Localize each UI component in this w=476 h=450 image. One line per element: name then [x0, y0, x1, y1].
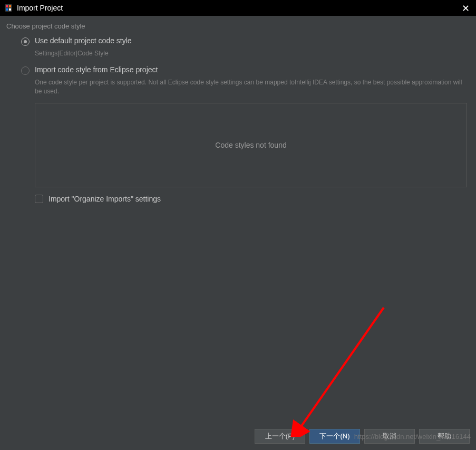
- svg-rect-1: [6, 5, 8, 7]
- svg-line-6: [299, 308, 384, 429]
- checkbox-icon: [35, 195, 43, 203]
- dialog-footer: 上一个(P) 下一个(N) 取消 帮助: [255, 429, 470, 444]
- import-organize-checkbox[interactable]: Import "Organize Imports" settings: [35, 195, 470, 203]
- annotation-arrow: [281, 305, 386, 437]
- radio-icon: [21, 37, 30, 46]
- svg-rect-2: [9, 5, 11, 7]
- cancel-button[interactable]: 取消: [364, 429, 415, 444]
- radio-icon: [21, 66, 30, 75]
- section-header: Choose project code style: [6, 22, 470, 30]
- radio-hint: Settings|Editor|Code Style: [35, 49, 470, 58]
- empty-text: Code styles not found: [215, 141, 286, 149]
- next-button[interactable]: 下一个(N): [309, 429, 360, 444]
- previous-button[interactable]: 上一个(P): [255, 429, 305, 444]
- radio-hint: One code style per project is supported.…: [35, 78, 470, 96]
- window-title: Import Project: [17, 4, 63, 12]
- help-button[interactable]: 帮助: [419, 429, 470, 444]
- dialog-content: Choose project code style Use default pr…: [0, 16, 476, 203]
- code-style-radio-group: Use default project code style Settings|…: [6, 36, 470, 203]
- checkbox-label: Import "Organize Imports" settings: [48, 195, 161, 203]
- svg-rect-4: [9, 8, 11, 11]
- radio-label: Use default project code style: [35, 36, 132, 45]
- radio-use-default[interactable]: Use default project code style: [21, 36, 470, 46]
- app-icon: [4, 4, 13, 12]
- svg-rect-3: [6, 8, 8, 11]
- radio-label: Import code style from Eclipse project: [35, 65, 158, 74]
- code-styles-list[interactable]: Code styles not found: [35, 103, 467, 187]
- radio-import-eclipse[interactable]: Import code style from Eclipse project: [21, 65, 470, 75]
- titlebar: Import Project ✕: [0, 0, 476, 16]
- close-icon[interactable]: ✕: [460, 3, 471, 14]
